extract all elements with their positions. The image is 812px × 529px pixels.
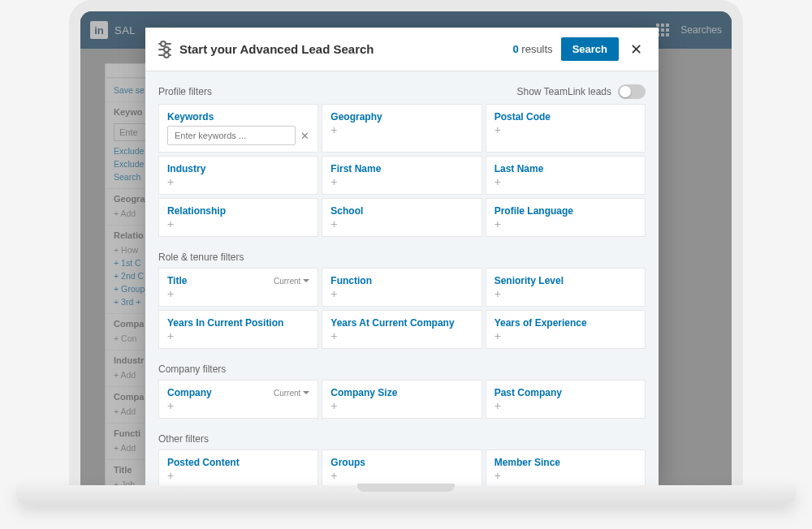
section-other-filters: Other filters: [158, 433, 209, 445]
plus-icon: +: [495, 124, 637, 135]
filter-industry[interactable]: Industry +: [158, 156, 318, 195]
filter-keywords[interactable]: Keywords ✕: [158, 104, 318, 153]
company-current-dropdown[interactable]: Current: [274, 389, 309, 398]
close-button[interactable]: ✕: [627, 41, 646, 58]
clear-keywords-icon[interactable]: ✕: [300, 130, 309, 142]
chevron-down-icon: [303, 391, 309, 394]
filter-years-at-company[interactable]: Years At Current Company +: [322, 310, 482, 349]
plus-icon: +: [495, 176, 637, 187]
filter-relationship[interactable]: Relationship +: [158, 198, 318, 237]
results-count: 0 results: [512, 43, 552, 55]
plus-icon: +: [167, 470, 309, 481]
teamlink-label: Show TeamLink leads: [516, 86, 611, 97]
filter-posted-content[interactable]: Posted Content +: [158, 449, 318, 487]
search-button[interactable]: Search: [561, 37, 619, 61]
section-profile-filters: Profile filters: [158, 86, 212, 97]
section-role-tenure: Role & tenure filters: [158, 252, 244, 263]
plus-icon: +: [495, 400, 637, 411]
plus-icon: +: [495, 470, 637, 481]
plus-icon: +: [330, 176, 473, 187]
plus-icon: +: [330, 330, 473, 342]
filter-geography[interactable]: Geography +: [322, 104, 482, 153]
plus-icon: +: [167, 176, 309, 187]
laptop-base: [16, 485, 796, 505]
filter-profile-language[interactable]: Profile Language +: [486, 198, 646, 237]
filter-company-size[interactable]: Company Size +: [322, 380, 482, 419]
advanced-search-modal: Start your Advanced Lead Search 0 result…: [145, 28, 659, 487]
plus-icon: +: [167, 330, 309, 342]
filter-postal-code[interactable]: Postal Code +: [486, 104, 646, 153]
plus-icon: +: [330, 470, 473, 481]
modal-title: Start your Advanced Lead Search: [179, 42, 504, 56]
title-current-dropdown[interactable]: Current: [274, 277, 309, 286]
filter-seniority-level[interactable]: Seniority Level +: [486, 268, 646, 307]
plus-icon: +: [495, 288, 637, 299]
plus-icon: +: [330, 218, 473, 230]
filter-company[interactable]: Company Current +: [158, 380, 318, 419]
plus-icon: +: [167, 288, 309, 299]
plus-icon: +: [167, 218, 309, 230]
plus-icon: +: [167, 400, 309, 411]
filter-school[interactable]: School +: [322, 198, 482, 237]
plus-icon: +: [330, 124, 473, 135]
plus-icon: +: [330, 400, 473, 411]
filter-last-name[interactable]: Last Name +: [486, 156, 646, 195]
filter-years-in-position[interactable]: Years In Current Position +: [158, 310, 318, 349]
teamlink-toggle[interactable]: [618, 84, 646, 99]
plus-icon: +: [330, 288, 473, 299]
keywords-input[interactable]: [167, 126, 296, 145]
filter-function[interactable]: Function +: [322, 268, 482, 307]
chevron-down-icon: [303, 279, 309, 282]
filter-first-name[interactable]: First Name +: [322, 156, 482, 195]
plus-icon: +: [495, 218, 637, 230]
modal-header: Start your Advanced Lead Search 0 result…: [145, 28, 659, 71]
filter-title[interactable]: Title Current +: [158, 268, 318, 307]
filter-settings-icon: [158, 43, 171, 56]
filter-groups[interactable]: Groups +: [322, 449, 482, 487]
filter-years-experience[interactable]: Years of Experience +: [486, 310, 646, 349]
filter-member-since[interactable]: Member Since +: [486, 449, 646, 487]
plus-icon: +: [495, 330, 637, 342]
section-company-filters: Company filters: [158, 363, 226, 375]
filter-past-company[interactable]: Past Company +: [486, 380, 646, 419]
